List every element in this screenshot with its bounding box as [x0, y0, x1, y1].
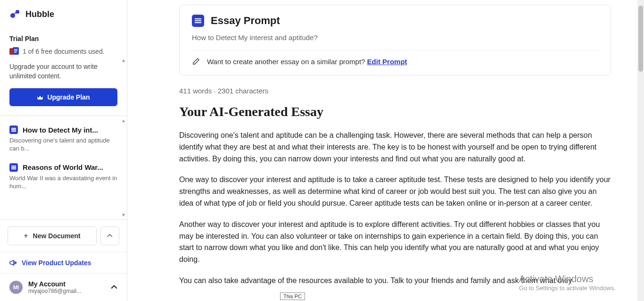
my-account[interactable]: MI My Account miyajoo786@gmail... [0, 273, 127, 301]
upgrade-button-label: Upgrade Plan [47, 93, 90, 101]
edit-prompt-lead: Want to create another essay on a simila… [207, 58, 367, 66]
document-item[interactable]: Reasons of World War... World War II was… [0, 159, 127, 196]
essay-paragraph: One way to discover your interest and ap… [179, 174, 611, 209]
taskbar-tooltip: This PC [280, 293, 305, 300]
scroll-up-icon: ▲ [121, 118, 126, 123]
essay-body: Discovering one's talent and aptitude ca… [179, 130, 611, 287]
upgrade-description: Upgrade your account to write unlimited … [9, 62, 117, 81]
prompt-question: How to Detect My interest and aptitude? [192, 33, 598, 42]
essay-paragraph: You can also take advantage of the resou… [179, 275, 611, 287]
document-icon [9, 125, 18, 134]
essay-title: Your AI-Generated Essay [179, 104, 611, 119]
product-updates-label: View Product Updates [22, 259, 91, 267]
edit-prompt-row: Want to create another essay on a simila… [192, 57, 598, 66]
brand-name: Hubble [25, 9, 54, 19]
account-title: My Account [28, 280, 105, 288]
chevron-up-icon [111, 285, 117, 290]
scrollbar-thumb[interactable] [638, 6, 643, 72]
essay-meta: 411 words · 2301 characters [179, 87, 611, 95]
new-document-label: New Document [33, 232, 81, 240]
account-email: miyajoo786@gmail... [28, 288, 105, 294]
edit-icon [192, 57, 200, 66]
scrollbar[interactable] [637, 0, 644, 301]
svg-rect-6 [14, 50, 17, 51]
svg-rect-2 [14, 12, 17, 14]
sidebar-header: Hubble [0, 0, 127, 28]
edit-prompt-link[interactable]: Edit Prompt [367, 58, 407, 66]
plan-title: Trial Plan [9, 35, 117, 42]
new-document-dropdown[interactable] [100, 226, 119, 245]
documents-icon [9, 47, 19, 56]
document-icon [192, 15, 204, 27]
essay-paragraph: Another way to discover your interest an… [179, 219, 611, 266]
document-title: Reasons of World War... [23, 163, 103, 171]
view-product-updates[interactable]: View Product Updates [0, 252, 127, 273]
document-icon [9, 163, 18, 172]
main-content: Essay Prompt How to Detect My interest a… [127, 0, 644, 301]
crown-icon [37, 95, 43, 100]
document-item[interactable]: How to Detect My int... Discovering one'… [0, 121, 127, 159]
upgrade-plan-button[interactable]: Upgrade Plan [9, 88, 117, 106]
document-snippet: Discovering one's talent and aptitude ca… [9, 137, 117, 153]
svg-point-1 [16, 10, 19, 14]
usage-text: 1 of 6 free documents used. [23, 48, 105, 55]
svg-rect-7 [14, 52, 17, 53]
megaphone-icon [9, 259, 17, 266]
document-usage: 1 of 6 free documents used. [9, 47, 117, 56]
document-title: How to Detect My int... [23, 126, 98, 134]
documents-list: ▲ How to Detect My int... Discovering on… [0, 116, 127, 219]
essay-paragraph: Discovering one's talent and aptitude ca… [179, 130, 611, 165]
divider [192, 50, 598, 50]
scroll-up-icon: ▲ [121, 58, 126, 63]
svg-rect-5 [14, 49, 17, 50]
new-document-button[interactable]: + New Document [8, 226, 97, 245]
document-snippet: World War II was a devastating event in … [9, 175, 117, 191]
sidebar: Hubble ▲ Trial Plan 1 of 6 free document… [0, 0, 127, 301]
plus-icon: + [24, 232, 28, 240]
scroll-down-icon: ▼ [121, 212, 126, 217]
prompt-card-title: Essay Prompt [211, 15, 280, 27]
avatar: MI [9, 281, 23, 294]
chevron-up-icon [107, 234, 113, 238]
plan-section: ▲ Trial Plan 1 of 6 free documents used.… [0, 28, 127, 116]
sidebar-bottom: + New Document View Product Updates MI [0, 219, 127, 301]
logo-icon [9, 8, 21, 20]
essay-prompt-card: Essay Prompt How to Detect My interest a… [179, 5, 611, 75]
